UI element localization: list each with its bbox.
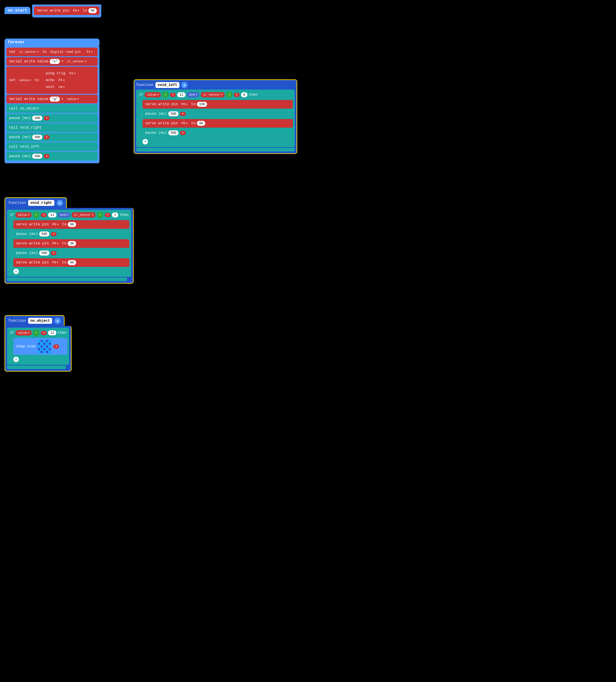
fn-collapse-btn[interactable]: ▲ [181, 82, 188, 88]
p2-dropdown[interactable]: P2 [67, 71, 78, 76]
vr-pause1-val[interactable]: 500 [39, 231, 49, 236]
value-dropdown[interactable]: value [17, 77, 33, 83]
pause2-dropdown[interactable] [44, 135, 50, 139]
if-block-void-right: if value < 11 and ▼ [7, 210, 131, 277]
pause2-block[interactable]: pause (ms) 300 [6, 133, 98, 141]
if-body-void-right: servo write pin P0 to 90 pause (ms) [8, 219, 130, 276]
no-obj-fn-name: no_object [28, 318, 52, 324]
vl-plus-btn[interactable]: + [142, 139, 148, 144]
if-body-no-obj: show icon + [8, 337, 68, 364]
value-pill2[interactable]: value [65, 96, 81, 102]
pause2-value[interactable]: 300 [32, 135, 42, 140]
vl-pause2-val[interactable]: 500 [168, 130, 179, 135]
pin-dropdown[interactable]: P0 [71, 8, 81, 14]
ir-sensor-dropdown[interactable]: ir_sensor [17, 49, 41, 55]
lt-value[interactable]: 11 [177, 92, 186, 97]
set-value-block[interactable]: set value to ping trig P2 echo [6, 67, 98, 94]
vr-pause2-dd[interactable] [51, 251, 57, 255]
vr-teal-bar [7, 277, 127, 281]
icon-grid[interactable] [38, 339, 51, 354]
pause3-block[interactable]: pause (ms) 300 [6, 152, 98, 161]
vr-lt-val[interactable]: 11 [48, 212, 56, 218]
vr-ir-sensor-dropdown[interactable]: ir_sensor [72, 212, 96, 218]
digital-read-pill[interactable]: digital read pin [48, 49, 83, 55]
vr-pin1-dd[interactable]: P0 [50, 222, 61, 227]
servo-value[interactable]: 90 [88, 8, 97, 13]
pause1-dropdown[interactable] [44, 116, 50, 120]
no-obj-gt-dd[interactable] [41, 331, 47, 335]
on-start-group: on start servo write pin P0 to 90 [4, 4, 101, 18]
vl-ir-sensor-dropdown[interactable]: ir_sensor [201, 92, 225, 97]
icon-dropdown[interactable] [53, 344, 59, 349]
vr-collapse-btn[interactable]: ▲ [57, 200, 63, 206]
vl-value-dropdown[interactable]: value [145, 92, 161, 97]
x-value: "x" [50, 59, 60, 64]
vr-pause2-block[interactable]: pause (ms) 500 [14, 249, 129, 257]
pause3-value[interactable]: 300 [32, 154, 42, 159]
and-pill: and ▼ [187, 92, 199, 97]
no-obj-plus-btn[interactable]: + [14, 357, 19, 362]
on-start-body: servo write pin P0 to 90 [32, 4, 101, 18]
vr-eq-dd[interactable] [105, 213, 111, 217]
eq-op-dropdown[interactable] [234, 93, 240, 97]
pause1-value[interactable]: 300 [32, 116, 42, 121]
workspace: on start servo write pin P0 to 90 foreve… [2, 2, 616, 682]
vr-eq-op: = [97, 212, 103, 218]
eq-value[interactable]: 0 [241, 92, 247, 97]
vr-servo3-block[interactable]: servo write pin P0 to 90 [14, 258, 129, 267]
unit-dropdown[interactable]: cm [56, 84, 67, 90]
vl-servo2-block[interactable]: servo write pin P0 to 90 [142, 119, 293, 128]
vl-pause1-block[interactable]: pause (ms) 500 [142, 110, 293, 118]
vr-pause1-block[interactable]: pause (ms) 500 [14, 230, 129, 238]
forever-hat: forever [4, 39, 99, 46]
vr-pause2-val[interactable]: 500 [39, 251, 49, 255]
vl-pin1-dropdown[interactable]: P0 [179, 101, 190, 107]
vr-pin3-dd[interactable]: P0 [50, 260, 61, 265]
vl-pause1-dropdown[interactable] [180, 112, 186, 116]
lt-op: < [162, 92, 169, 98]
vr-servo1-block[interactable]: servo write pin P0 to 90 [14, 220, 129, 229]
vr-lt-op: < [33, 212, 40, 218]
vr-eq-val[interactable]: 1 [112, 212, 118, 218]
g-value: "g" [50, 97, 60, 101]
servo-write-block[interactable]: servo write pin P0 to 90 [34, 6, 99, 15]
vr-pause1-dd[interactable] [51, 232, 57, 236]
vr-value-dropdown[interactable]: value [16, 212, 32, 218]
vl-pause2-block[interactable]: pause (ms) 500 [142, 129, 293, 137]
vl-pause2-dropdown[interactable] [180, 131, 186, 135]
no-obj-body: if value > 12 then show [4, 326, 72, 371]
serial-write-g-block[interactable]: serial write value "g" = value [6, 95, 98, 104]
vl-pause1-val[interactable]: 500 [168, 111, 179, 116]
show-icon-block[interactable]: show icon [14, 338, 67, 355]
vl-pin2-dropdown[interactable]: P0 [179, 121, 190, 126]
no-obj-gt-val[interactable]: 12 [48, 330, 56, 335]
no-obj-collapse-btn[interactable]: ▲ [54, 318, 61, 324]
p3-dropdown[interactable]: P3 [56, 77, 67, 83]
vr-body: if value < 11 and ▼ [4, 208, 134, 283]
function-no-object-group: function no_object ▲ if value > 12 [4, 315, 72, 371]
function-void-left-hat: function void_left ▲ if value < [134, 79, 297, 154]
vr-val1[interactable]: 90 [68, 222, 76, 227]
call-void-right-block[interactable]: call void_right [6, 123, 98, 132]
vl-val2[interactable]: 90 [197, 121, 205, 126]
vl-val1[interactable]: 150 [197, 102, 207, 107]
pause3-dropdown[interactable] [44, 154, 50, 158]
pause1-block[interactable]: pause (ms) 300 [6, 114, 98, 122]
call-no-object-block[interactable]: call no_object [6, 104, 98, 113]
vr-servo2-block[interactable]: servo write pin P0 to 30 [14, 239, 129, 248]
p1-dropdown[interactable]: P1 [84, 49, 95, 55]
function-void-right-group: function void_right ▲ if value < 11 [4, 197, 134, 283]
vr-plus-btn[interactable]: + [14, 269, 19, 274]
vr-val2[interactable]: 30 [68, 241, 76, 246]
ir-sensor-pill[interactable]: ir_sensor [65, 59, 89, 64]
no-obj-value-dd[interactable]: value [16, 330, 32, 336]
set-ir-sensor-block[interactable]: set ir_sensor to digital read pin P1 [6, 48, 98, 56]
vr-pin2-dd[interactable]: P0 [50, 241, 61, 246]
serial-write-x-block[interactable]: serial write value "x" = ir_sensor [6, 57, 98, 66]
vl-servo1-block[interactable]: servo write pin P0 to 150 [142, 100, 293, 109]
no-obj-teal-bar [7, 365, 66, 369]
lt-op-dropdown[interactable] [170, 93, 176, 97]
vr-lt-op-dd[interactable] [41, 213, 47, 217]
vr-val3[interactable]: 90 [68, 260, 76, 265]
call-void-left-block[interactable]: call void_left [6, 142, 98, 151]
